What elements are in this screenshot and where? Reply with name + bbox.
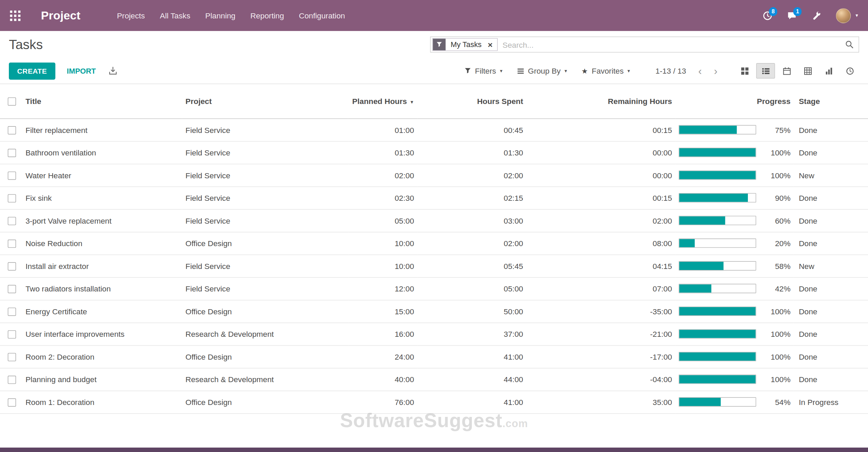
- row-select-cell: [0, 300, 22, 323]
- progress-bar: [679, 284, 756, 293]
- activities-button[interactable]: 8: [763, 11, 772, 20]
- header-hours-spent[interactable]: Hours Spent: [417, 84, 526, 119]
- cell-planned-hours: 10:00: [348, 232, 418, 255]
- cell-remaining-hours: 08:00: [526, 232, 675, 255]
- cell-planned-hours: 05:00: [348, 209, 418, 232]
- app-title[interactable]: Project: [41, 9, 81, 22]
- row-checkbox[interactable]: [8, 217, 16, 225]
- menu-reporting[interactable]: Reporting: [250, 11, 284, 20]
- favorites-dropdown[interactable]: ★ Favorites ▾: [581, 66, 630, 75]
- row-checkbox[interactable]: [8, 376, 16, 384]
- view-list-icon[interactable]: [756, 63, 775, 78]
- view-activity-icon[interactable]: [840, 63, 859, 78]
- row-checkbox[interactable]: [8, 285, 16, 293]
- search-input[interactable]: [497, 40, 845, 49]
- messages-button[interactable]: 1: [787, 11, 797, 20]
- cell-progress: 60%: [675, 209, 794, 232]
- header-project[interactable]: Project: [182, 84, 348, 119]
- cell-progress: 42%: [675, 277, 794, 300]
- pager-next[interactable]: ›: [714, 65, 717, 76]
- filters-label: Filters: [475, 66, 496, 75]
- table-row[interactable]: Energy Certificate Office Design 15:00 5…: [0, 300, 868, 323]
- header-title[interactable]: Title: [22, 84, 182, 119]
- row-checkbox[interactable]: [8, 262, 16, 270]
- progress-bar: [679, 397, 756, 407]
- table-row[interactable]: Room 2: Decoration Office Design 24:00 4…: [0, 345, 868, 368]
- table-row[interactable]: User interface improvements Research & D…: [0, 322, 868, 345]
- search-icon[interactable]: [845, 40, 853, 48]
- menu-configuration[interactable]: Configuration: [299, 11, 345, 20]
- progress-fill: [679, 194, 748, 202]
- group-by-dropdown[interactable]: Group By ▾: [517, 66, 567, 75]
- facet-remove-icon[interactable]: ×: [487, 39, 497, 50]
- progress-bar: [679, 329, 756, 339]
- export-icon[interactable]: [108, 66, 117, 75]
- row-checkbox[interactable]: [8, 194, 16, 202]
- table-row[interactable]: Noise Reduction Office Design 10:00 02:0…: [0, 232, 868, 255]
- table-row[interactable]: Bathroom ventilation Field Service 01:30…: [0, 141, 868, 164]
- progress-fill: [679, 216, 725, 225]
- row-checkbox[interactable]: [8, 307, 16, 316]
- import-button[interactable]: IMPORT: [67, 67, 96, 75]
- row-checkbox[interactable]: [8, 398, 16, 406]
- table-row[interactable]: Planning and budget Research & Developme…: [0, 368, 868, 391]
- pager: 1-13 / 13 ‹ ›: [655, 65, 718, 76]
- header-remaining-hours[interactable]: Remaining Hours: [526, 84, 675, 119]
- cell-remaining-hours: -04:00: [526, 368, 675, 391]
- row-checkbox[interactable]: [8, 353, 16, 361]
- header-progress[interactable]: Progress: [675, 84, 794, 119]
- pager-previous[interactable]: ‹: [698, 65, 701, 76]
- row-checkbox[interactable]: [8, 240, 16, 248]
- view-calendar-icon[interactable]: [777, 63, 796, 78]
- tools-button[interactable]: [812, 11, 821, 20]
- row-select-cell: [0, 141, 22, 164]
- progress-percent: 60%: [765, 216, 791, 225]
- progress-percent: 20%: [765, 239, 791, 247]
- progress-bar: [679, 216, 756, 225]
- table-row[interactable]: Install air extractor Field Service 10:0…: [0, 255, 868, 277]
- group-by-icon: [517, 67, 524, 74]
- progress-bar: [679, 261, 756, 271]
- view-graph-icon[interactable]: [819, 63, 838, 78]
- select-all-checkbox[interactable]: [8, 97, 16, 106]
- search-view[interactable]: My Tasks ×: [430, 36, 859, 52]
- view-kanban-icon[interactable]: [735, 63, 754, 78]
- cell-stage: Done: [794, 300, 868, 323]
- menu-all-tasks[interactable]: All Tasks: [160, 11, 190, 20]
- cell-hours-spent: 05:45: [417, 255, 526, 277]
- apps-grid-icon[interactable]: [10, 10, 20, 21]
- chevron-down-icon: ▾: [565, 68, 567, 73]
- progress-percent: 58%: [765, 261, 791, 270]
- header-planned-hours[interactable]: Planned Hours▼: [348, 84, 418, 119]
- header-stage[interactable]: Stage: [794, 84, 868, 119]
- create-button[interactable]: CREATE: [9, 62, 55, 79]
- user-menu[interactable]: ▾: [836, 8, 858, 23]
- systray: 8 1 ▾: [763, 8, 858, 23]
- row-checkbox[interactable]: [8, 149, 16, 157]
- table-row[interactable]: 3-port Valve replacement Field Service 0…: [0, 209, 868, 232]
- cell-progress: 100%: [675, 345, 794, 368]
- table-row[interactable]: Water Heater Field Service 02:00 02:00 0…: [0, 164, 868, 186]
- row-checkbox[interactable]: [8, 171, 16, 180]
- row-checkbox[interactable]: [8, 126, 16, 134]
- star-icon: ★: [581, 67, 588, 74]
- progress-bar: [679, 375, 756, 384]
- menu-planning[interactable]: Planning: [205, 11, 235, 20]
- view-pivot-icon[interactable]: [798, 63, 817, 78]
- group-by-label: Group By: [528, 66, 561, 75]
- pager-value[interactable]: 1-13 / 13: [655, 66, 686, 75]
- filters-dropdown[interactable]: Filters ▾: [464, 66, 502, 75]
- chevron-down-icon: ▾: [500, 68, 502, 73]
- menu-projects[interactable]: Projects: [117, 11, 145, 20]
- progress-fill: [679, 398, 721, 406]
- table-row[interactable]: Two radiators installation Field Service…: [0, 277, 868, 300]
- cell-remaining-hours: 00:15: [526, 118, 675, 141]
- cell-planned-hours: 02:30: [348, 186, 418, 209]
- cell-stage: Done: [794, 118, 868, 141]
- row-checkbox[interactable]: [8, 330, 16, 338]
- table-row[interactable]: Fix sink Field Service 02:30 02:15 00:15…: [0, 186, 868, 209]
- table-row[interactable]: Filter replacement Field Service 01:00 0…: [0, 118, 868, 141]
- progress-fill: [679, 284, 711, 292]
- progress-fill: [679, 125, 737, 134]
- row-select-cell: [0, 322, 22, 345]
